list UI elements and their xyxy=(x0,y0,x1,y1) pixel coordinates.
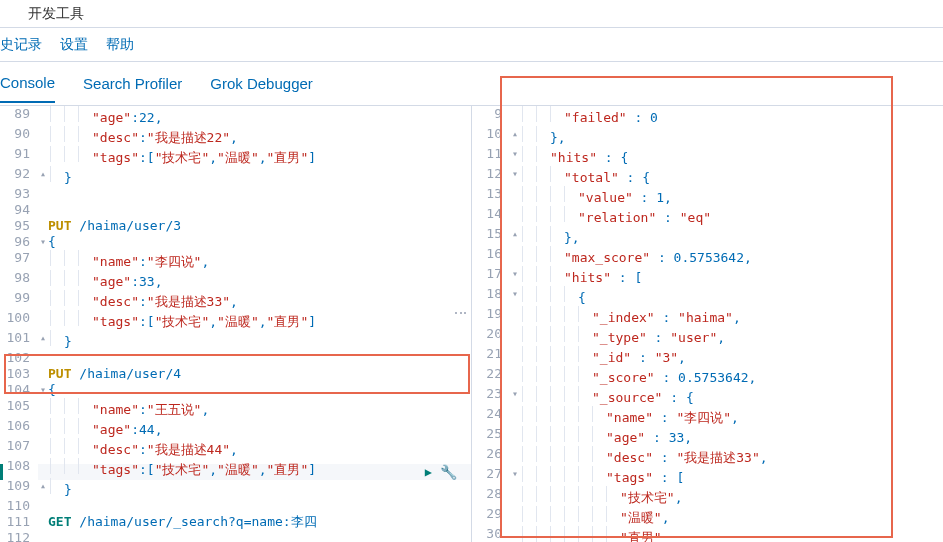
menubar-history[interactable]: 史记录 xyxy=(0,36,42,54)
fold-icon[interactable]: ▾ xyxy=(510,466,520,486)
run-icon[interactable]: ▶ xyxy=(425,464,432,480)
menubar-help[interactable]: 帮助 xyxy=(106,36,134,54)
code-line[interactable]: 19"_index" : "haima", xyxy=(472,306,943,326)
fold-icon[interactable]: ▾ xyxy=(510,286,520,306)
line-number: 29 xyxy=(472,506,510,526)
code-line[interactable]: 110 xyxy=(0,498,471,514)
code-line[interactable]: 9"failed" : 0 xyxy=(472,106,943,126)
code-line[interactable]: 109▴} xyxy=(0,478,471,498)
code-line[interactable]: 95PUT /haima/user/3 xyxy=(0,218,471,234)
code-line[interactable]: 93 xyxy=(0,186,471,202)
resize-handle-icon[interactable]: ⋮ xyxy=(453,306,469,320)
menubar-settings[interactable]: 设置 xyxy=(60,36,88,54)
fold-icon[interactable]: ▾ xyxy=(38,382,48,398)
fold-icon[interactable]: ▴ xyxy=(510,126,520,146)
code-line[interactable]: 25"age" : 33, xyxy=(472,426,943,446)
code-line[interactable]: 27▾"tags" : [ xyxy=(472,466,943,486)
fold-icon[interactable]: ▴ xyxy=(38,330,48,350)
code-line[interactable]: 90"desc":"我是描述22", xyxy=(0,126,471,146)
code-line[interactable]: 91"tags":["技术宅","温暖","直男"] xyxy=(0,146,471,166)
code-line[interactable]: 10▴}, xyxy=(472,126,943,146)
code-line[interactable]: 96▾{ xyxy=(0,234,471,250)
indent-guide xyxy=(522,486,536,502)
line-number: 20 xyxy=(472,326,510,346)
code-line[interactable]: 100"tags":["技术宅","温暖","直男"] xyxy=(0,310,471,330)
line-number: 106 xyxy=(0,418,38,438)
fold-icon[interactable]: ▾ xyxy=(510,146,520,166)
code-line[interactable]: 22"_score" : 0.5753642, xyxy=(472,366,943,386)
code-line[interactable]: 16"max_score" : 0.5753642, xyxy=(472,246,943,266)
code-line[interactable]: 98"age":33, xyxy=(0,270,471,290)
code-line[interactable]: 21"_id" : "3", xyxy=(472,346,943,366)
indent-guide xyxy=(78,106,92,122)
code-content: "tags":["技术宅","温暖","直男"] xyxy=(48,146,471,166)
indent-guide xyxy=(592,506,606,522)
indent-guide xyxy=(522,246,536,262)
indent-guide xyxy=(578,486,592,502)
code-line[interactable]: 103PUT /haima/user/4 xyxy=(0,366,471,382)
code-line[interactable]: 30"直男" xyxy=(472,526,943,542)
fold-icon xyxy=(38,514,48,530)
fold-icon xyxy=(510,366,520,386)
tab-console[interactable]: Console xyxy=(0,64,55,103)
line-number: 100 xyxy=(0,310,38,330)
indent-guide xyxy=(522,106,536,122)
tab-search-profiler[interactable]: Search Profiler xyxy=(83,65,182,102)
fold-icon[interactable]: ▾ xyxy=(510,266,520,286)
code-line[interactable]: 104▾{ xyxy=(0,382,471,398)
indent-guide xyxy=(536,526,550,542)
code-line[interactable]: 111GET /haima/user/_search?q=name:李四 xyxy=(0,514,471,530)
code-line[interactable]: 13"value" : 1, xyxy=(472,186,943,206)
code-line[interactable]: 28"技术宅", xyxy=(472,486,943,506)
code-line[interactable]: 11▾"hits" : { xyxy=(472,146,943,166)
code-line[interactable]: 112 xyxy=(0,530,471,542)
code-content: "_source" : { xyxy=(520,386,943,406)
code-line[interactable]: 14"relation" : "eq" xyxy=(472,206,943,226)
code-line[interactable]: 12▾"total" : { xyxy=(472,166,943,186)
code-line[interactable]: 97"name":"李四说", xyxy=(0,250,471,270)
indent-guide xyxy=(592,426,606,442)
code-line[interactable]: 101▴} xyxy=(0,330,471,350)
fold-icon[interactable]: ▾ xyxy=(38,234,48,250)
indent-guide xyxy=(564,386,578,402)
code-line[interactable]: 94 xyxy=(0,202,471,218)
code-content: "tags" : [ xyxy=(520,466,943,486)
code-content: "age" : 33, xyxy=(520,426,943,446)
response-viewer[interactable]: 9"failed" : 010▴},11▾"hits" : {12▾"total… xyxy=(472,106,943,542)
indent-guide xyxy=(50,478,64,494)
request-editor[interactable]: ▶ 🔧 ⋮ 89"age":22,90"desc":"我是描述22",91"ta… xyxy=(0,106,472,542)
code-line[interactable]: 29"温暖", xyxy=(472,506,943,526)
code-line[interactable]: 102 xyxy=(0,350,471,366)
indent-guide xyxy=(78,146,92,162)
code-line[interactable]: 15▴}, xyxy=(472,226,943,246)
indent-guide xyxy=(606,506,620,522)
indent-guide xyxy=(78,126,92,142)
code-line[interactable]: 24"name" : "李四说", xyxy=(472,406,943,426)
code-line[interactable]: 92▴} xyxy=(0,166,471,186)
indent-guide xyxy=(550,346,564,362)
code-content: "name":"王五说", xyxy=(48,398,471,418)
line-number: 11 xyxy=(472,146,510,166)
code-line[interactable]: 99"desc":"我是描述33", xyxy=(0,290,471,310)
fold-icon[interactable]: ▴ xyxy=(38,166,48,186)
code-line[interactable]: 26"desc" : "我是描述33", xyxy=(472,446,943,466)
fold-icon[interactable]: ▾ xyxy=(510,386,520,406)
fold-icon[interactable]: ▴ xyxy=(510,226,520,246)
code-content: "直男" xyxy=(520,526,943,542)
fold-icon[interactable]: ▴ xyxy=(38,478,48,498)
tab-grok-debugger[interactable]: Grok Debugger xyxy=(210,65,313,102)
code-line[interactable]: 18▾{ xyxy=(472,286,943,306)
code-line[interactable]: 106"age":44, xyxy=(0,418,471,438)
code-line[interactable]: 89"age":22, xyxy=(0,106,471,126)
code-line[interactable]: 105"name":"王五说", xyxy=(0,398,471,418)
code-line[interactable]: 20"_type" : "user", xyxy=(472,326,943,346)
code-line[interactable]: 108"tags":["技术宅","温暖","直男"] xyxy=(0,458,471,478)
code-line[interactable]: 17▾"hits" : [ xyxy=(472,266,943,286)
indent-guide xyxy=(50,106,64,122)
fold-icon[interactable]: ▾ xyxy=(510,166,520,186)
code-content: "desc":"我是描述22", xyxy=(48,126,471,146)
code-line[interactable]: 23▾"_source" : { xyxy=(472,386,943,406)
code-line[interactable]: 107"desc":"我是描述44", xyxy=(0,438,471,458)
wrench-icon[interactable]: 🔧 xyxy=(440,464,457,480)
fold-icon xyxy=(510,446,520,466)
